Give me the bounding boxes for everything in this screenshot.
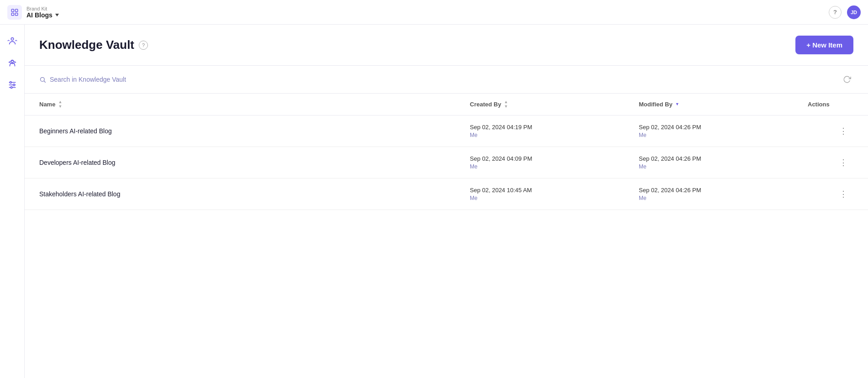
table-row: Developers AI-related Blog Sep 02, 2024 …: [25, 147, 868, 178]
search-input-wrap[interactable]: Search in Knowledge Vault: [39, 76, 126, 83]
page-title-row: Knowledge Vault ?: [39, 38, 148, 52]
table-row: Beginners AI-related Blog Sep 02, 2024 0…: [25, 116, 868, 147]
sidebar: [0, 25, 25, 378]
page-title: Knowledge Vault: [39, 38, 134, 52]
modified-sort-icon[interactable]: ▼: [675, 102, 679, 106]
table: Name ▲ ▼ Created By ▲ ▼ Modified By ▼: [25, 94, 868, 210]
svg-point-13: [41, 77, 45, 81]
row-actions-button-0[interactable]: ⋮: [837, 125, 850, 137]
sidebar-item-sliders[interactable]: [3, 76, 21, 94]
th-modified-by[interactable]: Modified By ▼: [639, 94, 808, 115]
cell-name-0[interactable]: Beginners AI-related Blog: [39, 119, 470, 143]
topbar: Brand Kit AI Blogs ? JD: [0, 0, 868, 25]
svg-rect-2: [11, 13, 14, 15]
refresh-button[interactable]: [841, 73, 853, 86]
table-body: Beginners AI-related Blog Sep 02, 2024 0…: [25, 116, 868, 210]
svg-rect-1: [16, 9, 18, 11]
cell-created-0: Sep 02, 2024 04:19 PM Me: [470, 116, 639, 147]
svg-point-5: [11, 38, 14, 41]
cell-created-2: Sep 02, 2024 10:45 AM Me: [470, 178, 639, 210]
topbar-left: Brand Kit AI Blogs: [7, 5, 60, 20]
th-created-by[interactable]: Created By ▲ ▼: [470, 94, 639, 115]
svg-marker-4: [55, 14, 59, 16]
cell-modified-2: Sep 02, 2024 04:26 PM Me: [639, 178, 808, 210]
search-placeholder-text: Search in Knowledge Vault: [50, 76, 126, 83]
brand-kit-label: Brand Kit: [26, 6, 60, 11]
topbar-right: ? JD: [829, 5, 861, 19]
sidebar-item-person-graduate[interactable]: [3, 54, 21, 72]
sidebar-item-person-broadcast[interactable]: [3, 32, 21, 50]
search-bar: Search in Knowledge Vault: [25, 66, 868, 94]
new-item-button[interactable]: + New Item: [795, 36, 853, 54]
brand-kit-name[interactable]: AI Blogs: [26, 11, 60, 19]
cell-modified-1: Sep 02, 2024 04:26 PM Me: [639, 147, 808, 178]
th-name[interactable]: Name ▲ ▼: [39, 94, 470, 115]
svg-point-12: [11, 87, 12, 89]
svg-rect-0: [11, 9, 14, 11]
help-button[interactable]: ?: [829, 6, 842, 19]
cell-name-2[interactable]: Stakeholders AI-related Blog: [39, 182, 470, 206]
table-header: Name ▲ ▼ Created By ▲ ▼ Modified By ▼: [25, 94, 868, 116]
page-header: Knowledge Vault ? + New Item: [25, 25, 868, 66]
cell-created-1: Sep 02, 2024 04:09 PM Me: [470, 147, 639, 178]
brand-kit-text: Brand Kit AI Blogs: [26, 6, 60, 19]
svg-line-14: [44, 81, 45, 82]
brand-kit-icon: [7, 5, 22, 20]
svg-point-10: [10, 82, 11, 84]
table-row: Stakeholders AI-related Blog Sep 02, 202…: [25, 178, 868, 210]
row-actions-button-1[interactable]: ⋮: [837, 156, 850, 169]
created-sort-icon[interactable]: ▲ ▼: [504, 100, 508, 109]
avatar[interactable]: JD: [847, 5, 861, 19]
cell-actions-1: ⋮: [808, 148, 853, 177]
search-icon: [39, 76, 46, 83]
page-help-icon[interactable]: ?: [139, 41, 148, 50]
cell-modified-0: Sep 02, 2024 04:26 PM Me: [639, 116, 808, 147]
th-actions: Actions: [808, 94, 853, 115]
cell-actions-0: ⋮: [808, 116, 853, 146]
svg-rect-3: [16, 13, 18, 15]
row-actions-button-2[interactable]: ⋮: [837, 188, 850, 200]
cell-actions-2: ⋮: [808, 179, 853, 209]
name-sort-icon[interactable]: ▲ ▼: [58, 100, 62, 109]
cell-name-1[interactable]: Developers AI-related Blog: [39, 150, 470, 175]
svg-point-11: [13, 84, 15, 86]
